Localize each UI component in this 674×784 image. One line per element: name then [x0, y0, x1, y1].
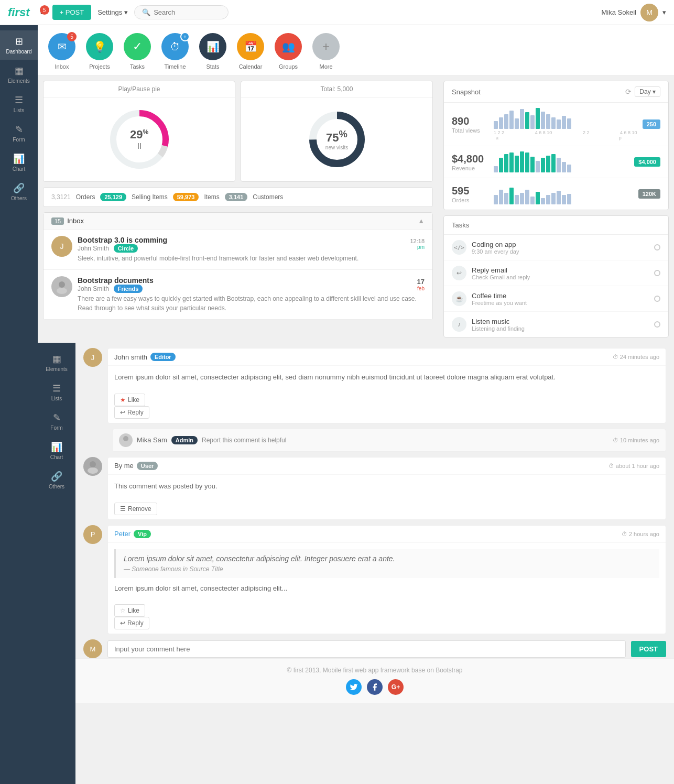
- metric-selling-badge: 25,129: [100, 193, 126, 201]
- comment-user-1: John smith: [114, 353, 147, 361]
- comment-avatar-4: P: [83, 525, 102, 544]
- refresh-icon[interactable]: ⟳: [625, 88, 632, 96]
- blockquote-source-4: — Someone famous in Source Title: [124, 565, 651, 573]
- nav-circle-groups: 👥: [275, 33, 302, 60]
- sidebar2-item-chart[interactable]: 📊 Chart: [38, 436, 75, 465]
- others2-icon: 🔗: [51, 471, 62, 482]
- sidebar-item-dashboard[interactable]: ⊞ Dashboard: [0, 30, 38, 60]
- like-button-4[interactable]: ☆ Like: [114, 604, 145, 617]
- comment-avatar-1: J: [83, 348, 102, 367]
- svg-point-7: [123, 436, 128, 441]
- task-dot-coffee[interactable]: [654, 296, 660, 302]
- nav-item-stats[interactable]: 📊 Stats: [199, 33, 226, 70]
- metric-items-badge: 59,973: [173, 193, 199, 201]
- task-item-coding: </> Coding on app 9:30 am every day: [444, 235, 668, 260]
- sidebar-item-elements[interactable]: ▦ Elements: [0, 60, 38, 89]
- notification-button[interactable]: ✉ 5: [40, 8, 46, 16]
- pie-percentage: 29%: [130, 128, 148, 141]
- metrics-row: 3,3121 Orders 25,129 Selling Items 59,97…: [43, 187, 433, 207]
- svg-point-10: [88, 467, 98, 474]
- comment-avatar-3: [83, 457, 102, 476]
- nav-circle-inbox: ✉ 5: [48, 33, 75, 60]
- nav-item-more[interactable]: + More: [312, 33, 340, 70]
- nav-item-groups[interactable]: 👥 Groups: [275, 33, 302, 70]
- sidebar2-item-elements[interactable]: ▦ Elements: [38, 348, 75, 377]
- task-dot-coding[interactable]: [654, 244, 660, 251]
- like-button-1[interactable]: ★ Like: [114, 394, 145, 406]
- task-name-coding: Coding on app: [472, 241, 649, 248]
- msg-badge-2: Friends: [114, 285, 143, 293]
- snapshot-row-orders: 595 Orders: [444, 178, 668, 210]
- snap-views-num: 890: [452, 115, 488, 127]
- elements2-icon: ▦: [52, 353, 61, 365]
- sidebar-item-form[interactable]: ✎ Form: [0, 118, 38, 148]
- donut-chart-card: Total: 5,000 75% new visits: [241, 81, 433, 182]
- svg-point-9: [90, 461, 96, 467]
- post-button[interactable]: + POST: [52, 5, 92, 20]
- clock-icon-2: ⏱: [613, 437, 618, 443]
- groups-nav-icon: 👥: [282, 40, 295, 53]
- comment-extra-2: Report this comment is helpful: [202, 437, 286, 444]
- task-info-music: Listen music Listening and finding: [472, 318, 649, 332]
- reply-button-1[interactable]: ↩ Reply: [114, 406, 149, 419]
- google-icon[interactable]: G+: [388, 679, 404, 695]
- period-selector[interactable]: Day ▾: [635, 86, 660, 97]
- remove-button-3[interactable]: ☰ Remove: [114, 503, 157, 515]
- inbox-nav-badge: 5: [67, 32, 77, 41]
- sidebar2-item-others[interactable]: 🔗 Others: [38, 465, 75, 495]
- nav-item-projects[interactable]: 💡 Projects: [86, 33, 113, 70]
- comment-time-4: ⏱ 2 hours ago: [622, 531, 659, 537]
- comment-blockquote-4: Lorem ipsum dolor sit amet, consectetur …: [114, 549, 659, 578]
- music-icon: ♪: [452, 317, 466, 332]
- sidebar-item-others[interactable]: 🔗 Others: [0, 177, 38, 206]
- comment-wrapper-1: J John smith Editor ⏱ 24 minutes ago: [75, 343, 674, 429]
- twitter-icon[interactable]: [346, 679, 362, 695]
- nav-item-timeline[interactable]: ⏱ + Timeline: [161, 33, 189, 70]
- task-name-coffee: Coffee time: [472, 292, 649, 300]
- metric-customers-badge: 3,141: [225, 193, 248, 201]
- star-icon-4: ☆: [120, 607, 126, 614]
- msg-title-2: Bootstrap documents: [78, 276, 154, 285]
- sidebar2-item-form[interactable]: ✎ Form: [38, 407, 75, 436]
- pie-chart-card: Play/Pause pie 29%: [43, 81, 235, 182]
- comment-body-3: This comment was posted by you.: [108, 475, 666, 498]
- nav-item-inbox[interactable]: ✉ 5 Inbox: [48, 33, 75, 70]
- task-dot-music[interactable]: [654, 321, 660, 328]
- search-input[interactable]: [154, 8, 222, 16]
- snapshot-row-revenue: $4,800 Revenue: [444, 146, 668, 178]
- sidebar-item-chart[interactable]: 📊 Chart: [0, 148, 38, 177]
- nav-item-tasks[interactable]: ✓ Tasks: [124, 33, 151, 70]
- task-item-reply: ↩ Reply email Check Gmail and reply: [444, 260, 668, 286]
- footer-text: © first 2013, Mobile first web app frame…: [83, 667, 666, 674]
- user-avatar: M: [640, 4, 658, 21]
- snapshot-card: Snapshot ⟳ Day ▾ 890 Total views: [443, 81, 669, 210]
- sidebar-item-lists[interactable]: ☰ Lists: [0, 89, 38, 118]
- task-item-coffee: ☕ Coffee time Freetime as you want: [444, 286, 668, 312]
- inbox-header: 15Inbox ▲: [44, 213, 432, 230]
- facebook-icon[interactable]: [367, 679, 383, 695]
- msg-avatar-1: J: [51, 236, 72, 257]
- dashboard-icon: ⊞: [15, 36, 23, 47]
- comment-post-button[interactable]: POST: [631, 641, 666, 657]
- snap-views-label: Total views: [452, 127, 488, 134]
- comment-input-field[interactable]: [107, 640, 626, 658]
- nav-circle-projects: 💡: [86, 33, 113, 60]
- task-dot-reply[interactable]: [654, 270, 660, 276]
- settings-button[interactable]: Settings ▾: [97, 8, 128, 16]
- comment-time-2: ⏱ 10 minutes ago: [613, 437, 659, 443]
- lists-icon: ☰: [15, 94, 23, 106]
- msg-content-1: Bootstrap 3.0 is comming John Smith Circ…: [78, 236, 425, 263]
- comment-user-3: By me: [114, 462, 134, 470]
- task-item-music: ♪ Listen music Listening and finding: [444, 312, 668, 337]
- reply-button-4[interactable]: ↩ Reply: [114, 617, 149, 629]
- snapshot-header: Snapshot ⟳ Day ▾: [444, 81, 668, 103]
- inbox-collapse-icon[interactable]: ▲: [418, 217, 425, 225]
- msg-time-1: 12:18 pm: [410, 238, 425, 250]
- snap-orders-badge: 120K: [638, 189, 660, 199]
- comment-user-4: Peter: [114, 530, 131, 538]
- sidebar-label-dashboard: Dashboard: [6, 49, 32, 55]
- nav-item-calendar[interactable]: 📅 Calendar: [237, 33, 264, 70]
- user-menu[interactable]: Mika Sokeil M ▾: [602, 4, 666, 21]
- sidebar2-item-lists[interactable]: ☰ Lists: [38, 377, 75, 407]
- task-info-reply: Reply email Check Gmail and reply: [472, 266, 649, 280]
